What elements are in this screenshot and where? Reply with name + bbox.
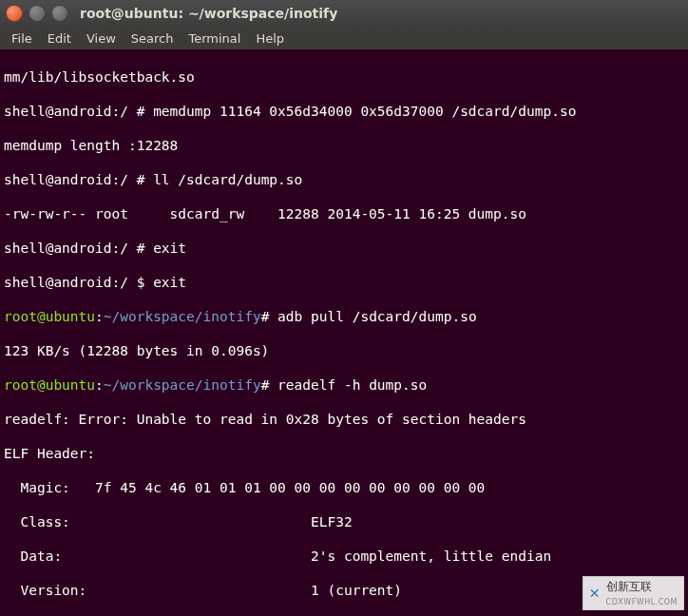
terminal-window: root@ubuntu: ~/workspace/inotify File Ed… — [0, 0, 688, 616]
term-line: Magic: 7f 45 4c 46 01 01 01 00 00 00 00 … — [4, 479, 684, 496]
menubar: File Edit View Search Terminal Help — [0, 27, 688, 49]
term-line: root@ubuntu:~/workspace/inotify# adb pul… — [4, 308, 684, 325]
term-line: shell@android:/ # memdump 11164 0x56d340… — [4, 103, 684, 120]
term-line: -rw-rw-r-- root sdcard_rw 12288 2014-05-… — [4, 205, 684, 222]
term-line: shell@android:/ $ exit — [4, 274, 684, 291]
term-line: 123 KB/s (12288 bytes in 0.096s) — [4, 342, 684, 359]
menu-terminal[interactable]: Terminal — [182, 29, 246, 48]
term-line: Class: ELF32 — [4, 513, 684, 530]
titlebar[interactable]: root@ubuntu: ~/workspace/inotify — [0, 0, 688, 27]
term-line: readelf: Error: Unable to read in 0x28 b… — [4, 411, 684, 428]
window-title: root@ubuntu: ~/workspace/inotify — [80, 6, 337, 21]
watermark: ✕ 创新互联 CDXWFWHL.COM — [583, 576, 684, 610]
term-line: Data: 2's complement, little endian — [4, 548, 684, 565]
maximize-icon[interactable] — [51, 5, 68, 22]
term-line: memdump length :12288 — [4, 137, 684, 154]
menu-file[interactable]: File — [6, 29, 38, 48]
term-line: root@ubuntu:~/workspace/inotify# readelf… — [4, 376, 684, 394]
menu-view[interactable]: View — [81, 29, 122, 48]
term-line: shell@android:/ # exit — [4, 240, 684, 257]
close-icon[interactable] — [6, 5, 23, 22]
terminal-viewport[interactable]: mm/lib/libsocketback.so shell@android:/ … — [0, 49, 688, 616]
term-line: ELF Header: — [4, 445, 684, 462]
menu-edit[interactable]: Edit — [42, 29, 77, 48]
menu-help[interactable]: Help — [250, 29, 290, 48]
term-line: mm/lib/libsocketback.so — [4, 68, 684, 86]
watermark-sub: CDXWFWHL.COM — [606, 598, 678, 606]
term-line: shell@android:/ # ll /sdcard/dump.so — [4, 171, 684, 188]
watermark-logo-icon: ✕ — [587, 586, 602, 601]
minimize-icon[interactable] — [29, 5, 46, 22]
menu-search[interactable]: Search — [125, 29, 180, 48]
watermark-text: 创新互联 — [606, 580, 652, 593]
